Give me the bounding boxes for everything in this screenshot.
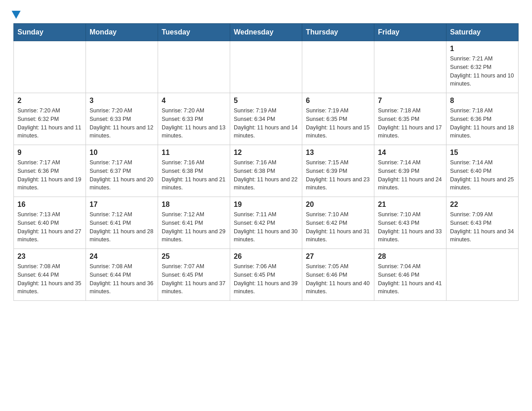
- day-info: Sunrise: 7:13 AM Sunset: 6:40 PM Dayligh…: [17, 210, 82, 244]
- day-number: 8: [450, 97, 515, 105]
- calendar-cell: [14, 41, 86, 93]
- calendar-cell: 11Sunrise: 7:16 AM Sunset: 6:38 PM Dayli…: [158, 145, 230, 197]
- day-info: Sunrise: 7:14 AM Sunset: 6:40 PM Dayligh…: [450, 158, 515, 192]
- day-number: 15: [450, 149, 515, 157]
- calendar-cell: [374, 41, 446, 93]
- calendar-week-2: 2Sunrise: 7:20 AM Sunset: 6:32 PM Daylig…: [14, 93, 519, 145]
- day-info: Sunrise: 7:10 AM Sunset: 6:43 PM Dayligh…: [378, 210, 442, 244]
- calendar-cell: 8Sunrise: 7:18 AM Sunset: 6:36 PM Daylig…: [446, 93, 519, 145]
- weekday-header-monday: Monday: [86, 24, 158, 41]
- calendar-cell: 25Sunrise: 7:07 AM Sunset: 6:45 PM Dayli…: [158, 249, 230, 301]
- day-info: Sunrise: 7:12 AM Sunset: 6:41 PM Dayligh…: [162, 210, 226, 244]
- day-info: Sunrise: 7:20 AM Sunset: 6:32 PM Dayligh…: [17, 107, 82, 140]
- calendar-cell: 18Sunrise: 7:12 AM Sunset: 6:41 PM Dayli…: [158, 197, 230, 249]
- day-info: Sunrise: 7:04 AM Sunset: 6:46 PM Dayligh…: [378, 262, 442, 296]
- calendar-cell: 7Sunrise: 7:18 AM Sunset: 6:35 PM Daylig…: [374, 93, 446, 145]
- weekday-header-saturday: Saturday: [446, 24, 519, 41]
- weekday-header-thursday: Thursday: [302, 24, 374, 41]
- weekday-header-sunday: Sunday: [14, 24, 86, 41]
- day-info: Sunrise: 7:20 AM Sunset: 6:33 PM Dayligh…: [162, 107, 226, 140]
- day-info: Sunrise: 7:09 AM Sunset: 6:43 PM Dayligh…: [450, 210, 515, 244]
- calendar-cell: 10Sunrise: 7:17 AM Sunset: 6:37 PM Dayli…: [86, 145, 158, 197]
- day-number: 28: [378, 253, 442, 261]
- calendar-cell: 13Sunrise: 7:15 AM Sunset: 6:39 PM Dayli…: [302, 145, 374, 197]
- day-number: 21: [378, 201, 442, 209]
- calendar-cell: 4Sunrise: 7:20 AM Sunset: 6:33 PM Daylig…: [158, 93, 230, 145]
- day-number: 11: [162, 149, 226, 157]
- calendar-cell: 28Sunrise: 7:04 AM Sunset: 6:46 PM Dayli…: [374, 249, 446, 301]
- day-info: Sunrise: 7:14 AM Sunset: 6:39 PM Dayligh…: [378, 158, 442, 192]
- day-number: 5: [234, 97, 298, 105]
- day-info: Sunrise: 7:07 AM Sunset: 6:45 PM Dayligh…: [162, 262, 226, 296]
- calendar-cell: 20Sunrise: 7:10 AM Sunset: 6:42 PM Dayli…: [302, 197, 374, 249]
- calendar-header-row: SundayMondayTuesdayWednesdayThursdayFrid…: [14, 24, 519, 41]
- logo-triangle-icon: [12, 11, 21, 19]
- calendar-cell: 14Sunrise: 7:14 AM Sunset: 6:39 PM Dayli…: [374, 145, 446, 197]
- day-number: 18: [162, 201, 226, 209]
- day-number: 9: [17, 149, 82, 157]
- calendar-cell: 21Sunrise: 7:10 AM Sunset: 6:43 PM Dayli…: [374, 197, 446, 249]
- calendar-cell: 15Sunrise: 7:14 AM Sunset: 6:40 PM Dayli…: [446, 145, 519, 197]
- calendar-cell: 16Sunrise: 7:13 AM Sunset: 6:40 PM Dayli…: [14, 197, 86, 249]
- day-info: Sunrise: 7:08 AM Sunset: 6:44 PM Dayligh…: [90, 262, 154, 296]
- calendar-cell: 1Sunrise: 7:21 AM Sunset: 6:32 PM Daylig…: [446, 41, 519, 93]
- calendar-cell: 2Sunrise: 7:20 AM Sunset: 6:32 PM Daylig…: [14, 93, 86, 145]
- calendar-cell: 3Sunrise: 7:20 AM Sunset: 6:33 PM Daylig…: [86, 93, 158, 145]
- calendar-cell: 9Sunrise: 7:17 AM Sunset: 6:36 PM Daylig…: [14, 145, 86, 197]
- calendar-cell: [230, 41, 302, 93]
- day-number: 14: [378, 149, 442, 157]
- calendar-table: SundayMondayTuesdayWednesdayThursdayFrid…: [13, 23, 519, 301]
- calendar-cell: [302, 41, 374, 93]
- day-info: Sunrise: 7:19 AM Sunset: 6:35 PM Dayligh…: [306, 107, 370, 140]
- calendar-cell: 17Sunrise: 7:12 AM Sunset: 6:41 PM Dayli…: [86, 197, 158, 249]
- calendar-cell: 27Sunrise: 7:05 AM Sunset: 6:46 PM Dayli…: [302, 249, 374, 301]
- day-info: Sunrise: 7:17 AM Sunset: 6:36 PM Dayligh…: [17, 158, 82, 192]
- calendar-cell: 24Sunrise: 7:08 AM Sunset: 6:44 PM Dayli…: [86, 249, 158, 301]
- day-number: 6: [306, 97, 370, 105]
- day-info: Sunrise: 7:18 AM Sunset: 6:36 PM Dayligh…: [450, 107, 515, 140]
- day-number: 4: [162, 97, 226, 105]
- calendar-cell: 5Sunrise: 7:19 AM Sunset: 6:34 PM Daylig…: [230, 93, 302, 145]
- day-number: 26: [234, 253, 298, 261]
- logo: [13, 9, 21, 19]
- calendar-week-5: 23Sunrise: 7:08 AM Sunset: 6:44 PM Dayli…: [14, 249, 519, 301]
- day-info: Sunrise: 7:18 AM Sunset: 6:35 PM Dayligh…: [378, 107, 442, 140]
- day-info: Sunrise: 7:20 AM Sunset: 6:33 PM Dayligh…: [90, 107, 154, 140]
- calendar-cell: 12Sunrise: 7:16 AM Sunset: 6:38 PM Dayli…: [230, 145, 302, 197]
- calendar-cell: [86, 41, 158, 93]
- calendar-cell: 26Sunrise: 7:06 AM Sunset: 6:45 PM Dayli…: [230, 249, 302, 301]
- day-number: 16: [17, 201, 82, 209]
- day-info: Sunrise: 7:19 AM Sunset: 6:34 PM Dayligh…: [234, 107, 298, 140]
- calendar-cell: 23Sunrise: 7:08 AM Sunset: 6:44 PM Dayli…: [14, 249, 86, 301]
- day-info: Sunrise: 7:16 AM Sunset: 6:38 PM Dayligh…: [162, 158, 226, 192]
- day-number: 24: [90, 253, 154, 261]
- weekday-header-tuesday: Tuesday: [158, 24, 230, 41]
- calendar-week-1: 1Sunrise: 7:21 AM Sunset: 6:32 PM Daylig…: [14, 41, 519, 93]
- day-info: Sunrise: 7:05 AM Sunset: 6:46 PM Dayligh…: [306, 262, 370, 296]
- day-info: Sunrise: 7:11 AM Sunset: 6:42 PM Dayligh…: [234, 210, 298, 244]
- day-number: 7: [378, 97, 442, 105]
- day-info: Sunrise: 7:06 AM Sunset: 6:45 PM Dayligh…: [234, 262, 298, 296]
- day-number: 27: [306, 253, 370, 261]
- day-number: 17: [90, 201, 154, 209]
- day-number: 25: [162, 253, 226, 261]
- day-info: Sunrise: 7:16 AM Sunset: 6:38 PM Dayligh…: [234, 158, 298, 192]
- day-info: Sunrise: 7:08 AM Sunset: 6:44 PM Dayligh…: [17, 262, 82, 296]
- day-info: Sunrise: 7:12 AM Sunset: 6:41 PM Dayligh…: [90, 210, 154, 244]
- day-number: 20: [306, 201, 370, 209]
- day-number: 1: [450, 45, 515, 53]
- calendar-week-3: 9Sunrise: 7:17 AM Sunset: 6:36 PM Daylig…: [14, 145, 519, 197]
- day-info: Sunrise: 7:17 AM Sunset: 6:37 PM Dayligh…: [90, 158, 154, 192]
- day-number: 13: [306, 149, 370, 157]
- day-number: 22: [450, 201, 515, 209]
- day-number: 10: [90, 149, 154, 157]
- weekday-header-wednesday: Wednesday: [230, 24, 302, 41]
- calendar-cell: 19Sunrise: 7:11 AM Sunset: 6:42 PM Dayli…: [230, 197, 302, 249]
- page-header: [13, 9, 519, 19]
- day-number: 3: [90, 97, 154, 105]
- day-info: Sunrise: 7:15 AM Sunset: 6:39 PM Dayligh…: [306, 158, 370, 192]
- day-number: 2: [17, 97, 82, 105]
- calendar-cell: 6Sunrise: 7:19 AM Sunset: 6:35 PM Daylig…: [302, 93, 374, 145]
- calendar-cell: 22Sunrise: 7:09 AM Sunset: 6:43 PM Dayli…: [446, 197, 519, 249]
- day-number: 23: [17, 253, 82, 261]
